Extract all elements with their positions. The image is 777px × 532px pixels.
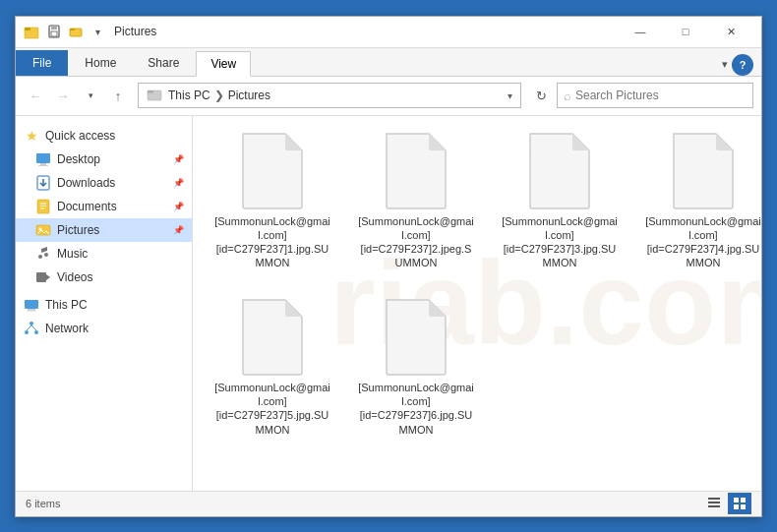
- close-button[interactable]: ✕: [708, 16, 753, 47]
- svg-rect-35: [734, 498, 739, 502]
- pin-icon-downloads: 📌: [173, 178, 184, 188]
- sidebar-item-music[interactable]: Music: [16, 242, 192, 266]
- back-button[interactable]: ←: [24, 84, 47, 107]
- sidebar-item-pictures[interactable]: Pictures 📌: [16, 218, 192, 242]
- sidebar-item-network[interactable]: Network: [16, 317, 192, 340]
- sidebar-item-documents[interactable]: Documents 📌: [16, 195, 192, 218]
- svg-point-27: [30, 322, 33, 325]
- pin-icon-pictures: 📌: [173, 225, 184, 235]
- svg-rect-33: [708, 502, 720, 503]
- sidebar-item-desktop[interactable]: Desktop 📌: [16, 148, 192, 171]
- file-icon: [525, 132, 594, 210]
- file-label: [SummonunLock@gmail.com][id=C279F237]4.j…: [645, 214, 761, 270]
- window-icon: [24, 24, 39, 39]
- svg-rect-8: [148, 90, 153, 93]
- svg-point-28: [25, 330, 29, 334]
- svg-marker-23: [46, 274, 50, 280]
- window-controls: — □ ✕: [618, 16, 753, 47]
- breadcrumb-thispc[interactable]: This PC: [168, 89, 210, 102]
- status-bar: 6 items: [16, 491, 761, 516]
- sidebar-label-music: Music: [57, 247, 88, 261]
- main-content: ★ Quick access Desktop 📌 Downloads 📌: [16, 116, 761, 491]
- svg-point-21: [44, 253, 48, 257]
- breadcrumb-folder-icon: [147, 87, 162, 105]
- sidebar: ★ Quick access Desktop 📌 Downloads 📌: [16, 116, 193, 491]
- tab-home[interactable]: Home: [70, 50, 131, 76]
- file-icon: [238, 298, 307, 377]
- svg-point-29: [34, 330, 38, 334]
- forward-button[interactable]: →: [51, 84, 75, 107]
- file-item[interactable]: [SummonunLock@gmail.com][id=C279F237]4.j…: [639, 126, 761, 276]
- svg-rect-1: [25, 28, 30, 30]
- file-area: riab.com [SummonunLock@gmail.com][id=C27…: [193, 116, 761, 491]
- qat-folder[interactable]: [67, 23, 85, 40]
- tab-share[interactable]: Share: [133, 50, 194, 76]
- sidebar-item-videos[interactable]: Videos: [16, 266, 192, 289]
- explorer-window: ▾ Pictures — □ ✕ File Home Share View ▾ …: [15, 16, 762, 517]
- sidebar-label-desktop: Desktop: [57, 152, 100, 166]
- tab-file[interactable]: File: [16, 50, 68, 76]
- file-label: [SummonunLock@gmail.com][id=C279F237]3.j…: [502, 214, 618, 270]
- svg-rect-38: [741, 504, 746, 509]
- file-label: [SummonunLock@gmail.com][id=C279F237]6.j…: [358, 381, 474, 437]
- ribbon-tabs: File Home Share View ▾ ?: [16, 48, 761, 76]
- downloads-icon: [35, 175, 51, 191]
- maximize-button[interactable]: □: [663, 16, 708, 47]
- view-controls: [702, 493, 751, 514]
- svg-line-31: [31, 325, 36, 330]
- sidebar-item-downloads[interactable]: Downloads 📌: [16, 171, 192, 195]
- svg-rect-22: [36, 272, 46, 282]
- file-item[interactable]: [SummonunLock@gmail.com][id=C279F237]2.j…: [352, 126, 480, 276]
- tab-view[interactable]: View: [196, 51, 251, 77]
- up-button[interactable]: ↑: [106, 84, 130, 107]
- quick-access-toolbar: ▾: [45, 23, 106, 40]
- videos-icon: [35, 269, 51, 285]
- breadcrumb-pictures[interactable]: Pictures: [228, 89, 270, 102]
- breadcrumb-sep: ❯: [214, 89, 224, 102]
- documents-icon: [35, 199, 51, 214]
- file-item[interactable]: [SummonunLock@gmail.com][id=C279F237]5.j…: [209, 292, 336, 443]
- pin-icon-documents: 📌: [173, 202, 184, 211]
- sidebar-label-videos: Videos: [57, 270, 92, 284]
- item-count: 6 items: [26, 498, 60, 509]
- breadcrumb[interactable]: This PC ❯ Pictures ▾: [138, 83, 521, 108]
- breadcrumb-dropdown-icon[interactable]: ▾: [508, 90, 512, 101]
- file-label: [SummonunLock@gmail.com][id=C279F237]2.j…: [358, 214, 474, 270]
- svg-rect-36: [741, 498, 746, 502]
- file-icon: [382, 132, 450, 210]
- ribbon-collapse[interactable]: ▾: [722, 58, 728, 71]
- svg-rect-6: [70, 29, 75, 30]
- sidebar-label-network: Network: [45, 322, 89, 335]
- search-bar[interactable]: ⌕: [557, 83, 753, 108]
- svg-rect-37: [734, 504, 739, 509]
- search-input[interactable]: [575, 89, 747, 102]
- file-label: [SummonunLock@gmail.com][id=C279F237]1.j…: [214, 214, 330, 270]
- dropdown-button[interactable]: ▾: [79, 84, 102, 107]
- pictures-icon: [35, 222, 51, 238]
- sidebar-item-thispc[interactable]: This PC: [16, 293, 192, 317]
- svg-rect-11: [38, 165, 48, 166]
- svg-rect-32: [708, 498, 720, 500]
- sidebar-label-documents: Documents: [57, 200, 117, 213]
- help-button[interactable]: ?: [732, 54, 753, 76]
- file-item[interactable]: [SummonunLock@gmail.com][id=C279F237]3.j…: [496, 126, 624, 276]
- file-label: [SummonunLock@gmail.com][id=C279F237]5.j…: [214, 381, 330, 437]
- thispc-icon: [24, 297, 39, 313]
- file-icon: [382, 298, 450, 377]
- file-item[interactable]: [SummonunLock@gmail.com][id=C279F237]1.j…: [209, 126, 336, 276]
- file-icon: [238, 132, 307, 210]
- sidebar-item-quickaccess[interactable]: ★ Quick access: [16, 124, 192, 148]
- qat-save[interactable]: [45, 23, 63, 40]
- file-item[interactable]: [SummonunLock@gmail.com][id=C279F237]6.j…: [352, 292, 480, 443]
- minimize-button[interactable]: —: [618, 16, 663, 47]
- svg-point-20: [38, 255, 42, 259]
- qat-undo[interactable]: ▾: [89, 23, 106, 40]
- list-view-button[interactable]: [702, 493, 726, 514]
- icon-view-button[interactable]: [728, 493, 751, 514]
- refresh-button[interactable]: ↻: [529, 84, 553, 107]
- svg-line-30: [27, 325, 31, 330]
- search-icon: ⌕: [564, 89, 571, 103]
- svg-rect-3: [51, 26, 57, 30]
- sidebar-label-pictures: Pictures: [57, 223, 99, 237]
- star-icon: ★: [24, 128, 39, 144]
